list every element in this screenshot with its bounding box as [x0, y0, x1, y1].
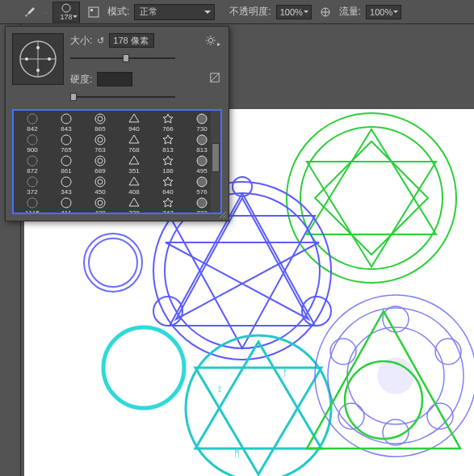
- svg-point-76: [27, 177, 37, 187]
- flow-label: 流量:: [339, 5, 361, 19]
- brush-thumb-icon: [194, 112, 210, 125]
- resize-grip[interactable]: [219, 211, 227, 219]
- brush-thumb-size: 576: [196, 188, 207, 196]
- grid-scrollbar[interactable]: [211, 111, 220, 213]
- svg-marker-18: [195, 368, 321, 474]
- brush-thumb-icon: [160, 112, 176, 125]
- svg-rect-44: [90, 9, 93, 11]
- brush-thumb-size: 765: [61, 146, 71, 154]
- brush-thumb-size: 1115: [25, 209, 40, 214]
- blend-mode-select[interactable]: 正常: [134, 4, 215, 20]
- brush-thumb-icon: [92, 112, 108, 125]
- reset-size-icon[interactable]: ↺: [97, 36, 104, 46]
- brush-thumb[interactable]: 861: [49, 154, 83, 175]
- brush-thumb[interactable]: 766: [151, 112, 185, 133]
- brush-thumb-size: 763: [94, 146, 105, 154]
- opacity-input[interactable]: 100%: [276, 5, 312, 19]
- brush-thumb-icon: [194, 175, 210, 188]
- brush-thumb-icon: [126, 154, 142, 167]
- brush-thumb-icon: [24, 175, 40, 188]
- scrollbar-thumb[interactable]: [212, 143, 220, 172]
- brush-thumb-size: 861: [61, 167, 71, 175]
- brush-size-indicator: 178: [61, 14, 73, 21]
- brush-thumb-icon: [92, 175, 108, 188]
- brush-thumb-icon: [92, 133, 108, 146]
- svg-point-30: [427, 403, 453, 429]
- brush-thumb[interactable]: 343: [49, 175, 83, 196]
- brush-thumb[interactable]: 411: [49, 196, 83, 214]
- hardness-input[interactable]: [97, 72, 132, 86]
- brush-preset-picker[interactable]: 178: [52, 2, 80, 23]
- svg-point-29: [338, 403, 364, 429]
- size-value: 178 像素: [113, 35, 148, 47]
- brush-thumb-size: 640: [162, 188, 173, 196]
- size-input[interactable]: 178 像素: [109, 33, 154, 48]
- flow-input[interactable]: 100%: [366, 5, 401, 19]
- hardness-slider[interactable]: [70, 91, 175, 103]
- brush-thumb[interactable]: 689: [83, 154, 117, 175]
- svg-marker-59: [129, 114, 139, 122]
- brush-thumb[interactable]: 372: [15, 175, 49, 196]
- brush-thumb-size: 813: [196, 146, 207, 154]
- brush-grid: 8428438659407667309007657637688138138728…: [12, 109, 222, 214]
- brush-thumb-size: 428: [94, 209, 105, 214]
- brush-thumb-icon: [58, 175, 74, 188]
- brush-thumb[interactable]: 768: [117, 133, 151, 154]
- svg-point-52: [36, 69, 40, 72]
- svg-marker-87: [129, 198, 139, 206]
- brush-thumb-icon: [58, 196, 74, 209]
- brush-thumb[interactable]: 842: [15, 112, 49, 133]
- size-label: 大小:: [70, 34, 92, 48]
- brush-thumb[interactable]: 872: [15, 154, 49, 175]
- svg-point-84: [61, 198, 71, 208]
- brush-thumb-size: 730: [196, 125, 207, 133]
- svg-point-70: [61, 156, 71, 166]
- brush-preview: [12, 33, 64, 85]
- svg-text:⟟: ⟟: [218, 384, 221, 394]
- brush-thumb-icon: [126, 112, 142, 125]
- svg-point-14: [89, 238, 137, 287]
- brush-thumb[interactable]: 747: [151, 196, 185, 214]
- brush-panel-toggle-icon[interactable]: [85, 3, 103, 21]
- brush-thumb[interactable]: 640: [151, 175, 185, 196]
- svg-point-51: [36, 46, 40, 49]
- svg-point-57: [95, 114, 105, 124]
- brush-thumb-size: 843: [61, 125, 71, 133]
- brush-thumb-size: 728: [128, 209, 139, 214]
- brush-thumb-icon: [160, 154, 176, 167]
- new-preset-icon[interactable]: [209, 72, 220, 85]
- brush-thumb[interactable]: 351: [117, 154, 151, 175]
- brush-thumb[interactable]: 408: [117, 175, 151, 196]
- brush-thumb[interactable]: 186: [151, 154, 185, 175]
- opacity-label: 不透明度:: [229, 5, 271, 19]
- svg-point-16: [186, 335, 331, 476]
- panel-menu-icon[interactable]: ▸: [205, 35, 220, 48]
- svg-point-56: [61, 114, 71, 124]
- brush-thumb-size: 940: [128, 125, 139, 133]
- brush-thumb[interactable]: 940: [117, 112, 151, 133]
- svg-point-0: [287, 113, 456, 283]
- brush-thumb[interactable]: 428: [83, 196, 117, 214]
- brush-thumb[interactable]: 900: [15, 133, 49, 154]
- brush-thumb[interactable]: 1115: [15, 196, 49, 214]
- svg-point-13: [84, 234, 142, 292]
- brush-tool-icon[interactable]: [23, 3, 40, 21]
- svg-point-62: [27, 135, 37, 145]
- brush-thumb[interactable]: 763: [83, 133, 117, 154]
- brush-thumb[interactable]: 450: [83, 175, 117, 196]
- brush-shape-icon: [59, 2, 73, 14]
- svg-point-71: [95, 156, 105, 166]
- brush-thumb[interactable]: 813: [151, 133, 185, 154]
- brush-thumb-icon: [126, 175, 142, 188]
- size-slider[interactable]: [70, 53, 175, 64]
- brush-thumb-size: 372: [27, 188, 37, 196]
- brush-thumb[interactable]: 843: [49, 112, 83, 133]
- pressure-opacity-icon[interactable]: [317, 3, 334, 21]
- brush-thumb-icon: [160, 133, 176, 146]
- brush-thumb[interactable]: 865: [83, 112, 117, 133]
- brush-thumb[interactable]: 728: [117, 196, 151, 214]
- brush-thumb[interactable]: 765: [49, 133, 83, 154]
- svg-point-53: [208, 38, 212, 42]
- brush-thumb-size: 768: [128, 146, 139, 154]
- brush-thumb-icon: [160, 196, 176, 209]
